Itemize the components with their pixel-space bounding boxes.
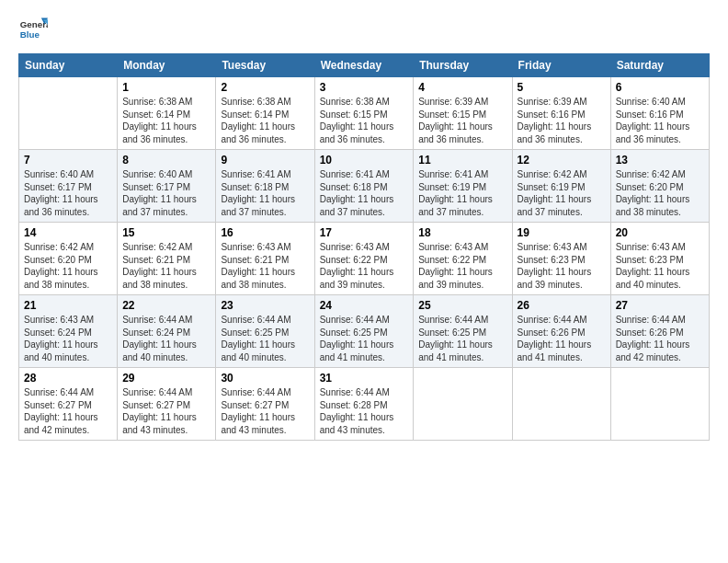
week-row-2: 7Sunrise: 6:40 AMSunset: 6:17 PMDaylight… xyxy=(19,150,710,223)
day-number: 24 xyxy=(320,299,409,312)
day-number: 13 xyxy=(616,154,704,167)
header-cell-thursday: Thursday xyxy=(414,54,512,77)
header-cell-monday: Monday xyxy=(118,54,216,77)
day-number: 17 xyxy=(320,226,409,239)
day-number: 8 xyxy=(122,154,210,167)
day-number: 6 xyxy=(616,81,704,94)
day-number: 19 xyxy=(518,226,606,239)
day-detail: Sunrise: 6:38 AMSunset: 6:14 PMDaylight:… xyxy=(221,96,309,145)
day-detail: Sunrise: 6:43 AMSunset: 6:23 PMDaylight:… xyxy=(616,241,704,291)
day-cell: 30Sunrise: 6:44 AMSunset: 6:27 PMDayligh… xyxy=(216,368,314,441)
svg-text:Blue: Blue xyxy=(20,29,40,40)
day-cell: 1Sunrise: 6:38 AMSunset: 6:14 PMDaylight… xyxy=(118,77,216,150)
day-cell xyxy=(512,368,610,441)
day-cell: 2Sunrise: 6:38 AMSunset: 6:14 PMDaylight… xyxy=(216,77,314,150)
day-cell: 26Sunrise: 6:44 AMSunset: 6:26 PMDayligh… xyxy=(512,295,610,368)
day-cell: 24Sunrise: 6:44 AMSunset: 6:25 PMDayligh… xyxy=(314,295,414,368)
day-cell: 21Sunrise: 6:43 AMSunset: 6:24 PMDayligh… xyxy=(19,295,118,368)
day-cell: 3Sunrise: 6:38 AMSunset: 6:15 PMDaylight… xyxy=(314,77,414,150)
day-number: 21 xyxy=(24,299,112,312)
header-cell-saturday: Saturday xyxy=(610,54,709,77)
day-detail: Sunrise: 6:44 AMSunset: 6:27 PMDaylight:… xyxy=(24,386,112,436)
day-cell: 11Sunrise: 6:41 AMSunset: 6:19 PMDayligh… xyxy=(414,150,512,223)
day-number: 27 xyxy=(616,299,704,312)
day-cell: 14Sunrise: 6:42 AMSunset: 6:20 PMDayligh… xyxy=(19,223,118,295)
day-detail: Sunrise: 6:44 AMSunset: 6:27 PMDaylight:… xyxy=(221,386,309,436)
day-detail: Sunrise: 6:41 AMSunset: 6:18 PMDaylight:… xyxy=(320,168,409,218)
day-cell: 18Sunrise: 6:43 AMSunset: 6:22 PMDayligh… xyxy=(414,223,512,295)
day-number: 9 xyxy=(221,154,309,167)
day-detail: Sunrise: 6:40 AMSunset: 6:16 PMDaylight:… xyxy=(616,96,704,145)
calendar-body: 1Sunrise: 6:38 AMSunset: 6:14 PMDaylight… xyxy=(19,77,710,441)
day-number: 20 xyxy=(616,226,704,239)
day-number: 16 xyxy=(221,226,309,239)
day-number: 15 xyxy=(122,226,210,239)
day-detail: Sunrise: 6:44 AMSunset: 6:26 PMDaylight:… xyxy=(518,314,606,363)
day-cell: 13Sunrise: 6:42 AMSunset: 6:20 PMDayligh… xyxy=(610,150,709,223)
week-row-4: 21Sunrise: 6:43 AMSunset: 6:24 PMDayligh… xyxy=(19,295,710,368)
day-cell xyxy=(414,368,512,441)
day-cell: 17Sunrise: 6:43 AMSunset: 6:22 PMDayligh… xyxy=(314,223,414,295)
day-detail: Sunrise: 6:43 AMSunset: 6:21 PMDaylight:… xyxy=(221,241,309,291)
day-detail: Sunrise: 6:42 AMSunset: 6:21 PMDaylight:… xyxy=(122,241,210,291)
logo: General Blue xyxy=(18,15,51,44)
day-detail: Sunrise: 6:39 AMSunset: 6:15 PMDaylight:… xyxy=(418,96,506,145)
day-cell: 4Sunrise: 6:39 AMSunset: 6:15 PMDaylight… xyxy=(414,77,512,150)
day-detail: Sunrise: 6:38 AMSunset: 6:14 PMDaylight:… xyxy=(122,96,210,145)
day-detail: Sunrise: 6:41 AMSunset: 6:18 PMDaylight:… xyxy=(221,168,309,218)
day-number: 4 xyxy=(418,81,506,94)
day-cell: 28Sunrise: 6:44 AMSunset: 6:27 PMDayligh… xyxy=(19,368,118,441)
day-number: 5 xyxy=(518,81,606,94)
header-cell-friday: Friday xyxy=(512,54,610,77)
day-cell: 10Sunrise: 6:41 AMSunset: 6:18 PMDayligh… xyxy=(314,150,414,223)
day-number: 28 xyxy=(24,372,112,385)
day-detail: Sunrise: 6:44 AMSunset: 6:24 PMDaylight:… xyxy=(122,314,210,363)
day-cell: 31Sunrise: 6:44 AMSunset: 6:28 PMDayligh… xyxy=(314,368,414,441)
day-detail: Sunrise: 6:40 AMSunset: 6:17 PMDaylight:… xyxy=(24,168,112,218)
day-number: 11 xyxy=(418,154,506,167)
day-detail: Sunrise: 6:39 AMSunset: 6:16 PMDaylight:… xyxy=(518,96,606,145)
day-number: 23 xyxy=(221,299,309,312)
day-number: 18 xyxy=(418,226,506,239)
day-cell: 19Sunrise: 6:43 AMSunset: 6:23 PMDayligh… xyxy=(512,223,610,295)
day-number: 12 xyxy=(518,154,606,167)
day-number: 29 xyxy=(122,372,210,385)
day-cell xyxy=(19,77,118,150)
day-cell: 9Sunrise: 6:41 AMSunset: 6:18 PMDaylight… xyxy=(216,150,314,223)
day-detail: Sunrise: 6:44 AMSunset: 6:25 PMDaylight:… xyxy=(221,314,309,363)
header: General Blue xyxy=(18,15,710,44)
day-detail: Sunrise: 6:43 AMSunset: 6:22 PMDaylight:… xyxy=(418,241,506,291)
day-detail: Sunrise: 6:42 AMSunset: 6:19 PMDaylight:… xyxy=(518,168,606,218)
day-detail: Sunrise: 6:43 AMSunset: 6:23 PMDaylight:… xyxy=(518,241,606,291)
day-cell: 15Sunrise: 6:42 AMSunset: 6:21 PMDayligh… xyxy=(118,223,216,295)
day-cell: 8Sunrise: 6:40 AMSunset: 6:17 PMDaylight… xyxy=(118,150,216,223)
day-cell: 5Sunrise: 6:39 AMSunset: 6:16 PMDaylight… xyxy=(512,77,610,150)
day-cell xyxy=(610,368,709,441)
day-cell: 27Sunrise: 6:44 AMSunset: 6:26 PMDayligh… xyxy=(610,295,709,368)
day-number: 7 xyxy=(24,154,112,167)
day-detail: Sunrise: 6:44 AMSunset: 6:27 PMDaylight:… xyxy=(122,386,210,436)
day-cell: 29Sunrise: 6:44 AMSunset: 6:27 PMDayligh… xyxy=(118,368,216,441)
day-number: 10 xyxy=(320,154,409,167)
day-cell: 22Sunrise: 6:44 AMSunset: 6:24 PMDayligh… xyxy=(118,295,216,368)
day-detail: Sunrise: 6:41 AMSunset: 6:19 PMDaylight:… xyxy=(418,168,506,218)
day-detail: Sunrise: 6:44 AMSunset: 6:26 PMDaylight:… xyxy=(616,314,704,363)
day-cell: 16Sunrise: 6:43 AMSunset: 6:21 PMDayligh… xyxy=(216,223,314,295)
calendar-table: SundayMondayTuesdayWednesdayThursdayFrid… xyxy=(18,53,710,441)
header-cell-wednesday: Wednesday xyxy=(314,54,414,77)
day-cell: 7Sunrise: 6:40 AMSunset: 6:17 PMDaylight… xyxy=(19,150,118,223)
day-number: 2 xyxy=(221,81,309,94)
week-row-5: 28Sunrise: 6:44 AMSunset: 6:27 PMDayligh… xyxy=(19,368,710,441)
week-row-3: 14Sunrise: 6:42 AMSunset: 6:20 PMDayligh… xyxy=(19,223,710,295)
header-cell-sunday: Sunday xyxy=(19,54,118,77)
day-cell: 23Sunrise: 6:44 AMSunset: 6:25 PMDayligh… xyxy=(216,295,314,368)
day-cell: 20Sunrise: 6:43 AMSunset: 6:23 PMDayligh… xyxy=(610,223,709,295)
day-detail: Sunrise: 6:44 AMSunset: 6:28 PMDaylight:… xyxy=(320,386,409,436)
day-number: 22 xyxy=(122,299,210,312)
day-number: 30 xyxy=(221,372,309,385)
day-number: 3 xyxy=(320,81,409,94)
day-cell: 12Sunrise: 6:42 AMSunset: 6:19 PMDayligh… xyxy=(512,150,610,223)
header-row: SundayMondayTuesdayWednesdayThursdayFrid… xyxy=(19,54,710,77)
day-number: 25 xyxy=(418,299,506,312)
day-number: 14 xyxy=(24,226,112,239)
